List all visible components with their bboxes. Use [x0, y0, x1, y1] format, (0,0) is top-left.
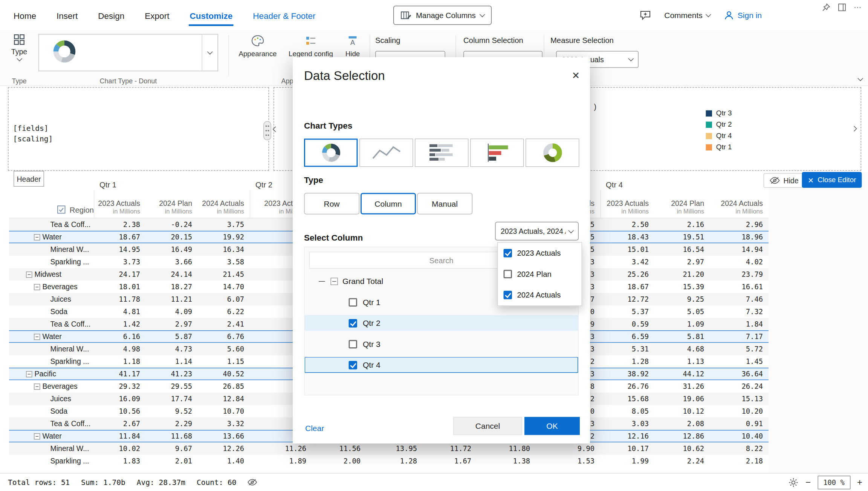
table-cell[interactable]: 2.18: [710, 455, 769, 467]
table-cell[interactable]: 0.59: [600, 318, 654, 330]
table-cell[interactable]: 6.07: [198, 293, 250, 305]
table-cell[interactable]: 11.26: [250, 442, 312, 455]
checkbox[interactable]: [349, 340, 358, 348]
cancel-button[interactable]: Cancel: [453, 417, 522, 435]
table-cell[interactable]: 11.56: [312, 442, 366, 455]
table-cell[interactable]: 10.02: [94, 442, 146, 455]
measure-column-header[interactable]: 2024 Planin Millions: [654, 190, 710, 218]
eye-slash-icon[interactable]: [248, 479, 258, 486]
table-cell[interactable]: 16.54: [654, 243, 710, 256]
table-cell[interactable]: 1.45: [710, 355, 769, 368]
table-cell[interactable]: 17.74: [146, 393, 198, 405]
table-cell[interactable]: 2.08: [654, 417, 710, 430]
table-cell[interactable]: 1.83: [94, 455, 146, 467]
chart-type-tile-pie[interactable]: [526, 139, 579, 167]
table-cell[interactable]: 1.14: [146, 355, 198, 368]
table-cell[interactable]: 4.81: [94, 305, 146, 318]
measure-column-header[interactable]: 2023 Actualsin Millions: [600, 190, 654, 218]
gear-icon[interactable]: [789, 477, 799, 487]
table-cell[interactable]: 2.67: [94, 417, 146, 430]
column-group-qtr-4[interactable]: Qtr 4: [600, 181, 769, 190]
table-cell[interactable]: 12.26: [198, 442, 250, 455]
measure-column-header[interactable]: 2024 Planin Millions: [146, 190, 198, 218]
table-cell[interactable]: 19.06: [654, 393, 710, 405]
table-cell[interactable]: 40.52: [198, 368, 250, 380]
table-cell[interactable]: 16.61: [710, 281, 769, 293]
table-cell[interactable]: 11.72: [423, 442, 477, 455]
table-cell[interactable]: 12.86: [654, 430, 710, 442]
collapse-row-icon[interactable]: [34, 333, 40, 340]
table-cell[interactable]: 15.13: [710, 393, 769, 405]
region-column-header[interactable]: Region: [9, 190, 94, 218]
table-cell[interactable]: 13.95: [366, 442, 423, 455]
table-cell[interactable]: 12.72: [600, 293, 654, 305]
table-cell[interactable]: 41.17: [94, 368, 146, 380]
table-cell[interactable]: 15.01: [600, 243, 654, 256]
table-cell[interactable]: 3.73: [94, 256, 146, 268]
table-cell[interactable]: 1.18: [94, 355, 146, 368]
table-cell[interactable]: 0.91: [710, 417, 769, 430]
table-cell[interactable]: 5.81: [654, 330, 710, 343]
collapse-row-icon[interactable]: [34, 433, 40, 439]
table-cell[interactable]: 11.68: [146, 430, 198, 442]
collapse-row-icon[interactable]: [34, 383, 40, 390]
table-cell[interactable]: 6.22: [198, 305, 250, 318]
next-chart-icon[interactable]: [851, 126, 857, 132]
table-cell[interactable]: 3.75: [198, 218, 250, 231]
table-cell[interactable]: 18.96: [710, 231, 769, 243]
table-cell[interactable]: 10.70: [198, 405, 250, 417]
table-cell[interactable]: 2.24: [654, 455, 710, 467]
table-cell[interactable]: 9.52: [146, 405, 198, 417]
sign-in-button[interactable]: Sign in: [724, 10, 762, 20]
table-cell[interactable]: 1.42: [94, 318, 146, 330]
type-option-row[interactable]: Row: [304, 193, 359, 215]
ok-button[interactable]: OK: [524, 417, 580, 435]
table-cell[interactable]: 25.26: [600, 268, 654, 281]
pin-icon[interactable]: [822, 3, 830, 11]
table-cell[interactable]: 18.43: [600, 231, 654, 243]
close-modal-icon[interactable]: ✕: [572, 70, 580, 82]
table-cell[interactable]: 2.96: [710, 218, 769, 231]
measure-column-header[interactable]: 2023 Actualsin Millions: [94, 190, 146, 218]
table-cell[interactable]: 4.68: [654, 343, 710, 355]
column-measure-dropdown[interactable]: 2023 Actuals, 2024 Actuals: [495, 222, 579, 241]
menu-tab-header-footer[interactable]: Header & Footer: [253, 11, 315, 20]
table-cell[interactable]: 9.25: [654, 293, 710, 305]
hide-button[interactable]: A Hide: [339, 35, 366, 58]
table-cell[interactable]: 10.62: [654, 442, 710, 455]
comments-button[interactable]: Comments: [664, 11, 711, 20]
table-cell[interactable]: 2.00: [312, 455, 366, 467]
table-cell[interactable]: 15.39: [654, 281, 710, 293]
chart-type-tile-line[interactable]: [359, 139, 413, 167]
table-cell[interactable]: 7.17: [710, 330, 769, 343]
table-cell[interactable]: 11.21: [146, 293, 198, 305]
menu-tab-design[interactable]: Design: [98, 11, 124, 20]
manage-columns-button[interactable]: Manage Columns: [393, 6, 492, 25]
table-cell[interactable]: 6.59: [600, 330, 654, 343]
table-cell[interactable]: 1.67: [423, 455, 477, 467]
table-cell[interactable]: 2.16: [654, 218, 710, 231]
table-cell[interactable]: 1.13: [654, 355, 710, 368]
table-cell[interactable]: 1.28: [366, 455, 423, 467]
table-cell[interactable]: 4.09: [146, 305, 198, 318]
table-cell[interactable]: 10.17: [600, 442, 654, 455]
table-cell[interactable]: 2.38: [94, 218, 146, 231]
chart-preview-dropdown[interactable]: [202, 35, 218, 71]
table-cell[interactable]: 11.80: [477, 442, 536, 455]
table-cell[interactable]: -0.24: [146, 218, 198, 231]
table-cell[interactable]: 1.99: [600, 455, 654, 467]
table-cell[interactable]: 26.85: [198, 380, 250, 393]
table-cell[interactable]: 12.84: [198, 393, 250, 405]
table-cell[interactable]: 2.01: [146, 455, 198, 467]
table-cell[interactable]: 14.70: [198, 281, 250, 293]
table-cell[interactable]: 31.26: [654, 380, 710, 393]
table-cell[interactable]: 18.67: [94, 231, 146, 243]
table-cell[interactable]: 3.32: [198, 417, 250, 430]
table-cell[interactable]: 11.78: [94, 293, 146, 305]
checkbox[interactable]: [504, 249, 512, 258]
measure-column-header[interactable]: 2024 Actualsin Millions: [710, 190, 769, 218]
zoom-out-button[interactable]: −: [805, 477, 811, 487]
type-option-column[interactable]: Column: [361, 193, 416, 215]
ribbon-collapse-icon[interactable]: [857, 75, 863, 81]
chart-type-tile-donut[interactable]: [304, 139, 358, 167]
